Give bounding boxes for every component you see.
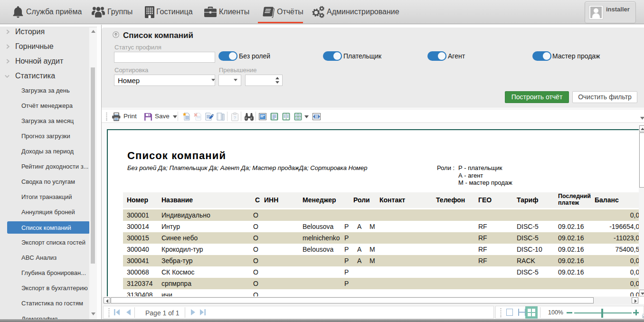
svg-text:?: ? <box>234 115 236 120</box>
